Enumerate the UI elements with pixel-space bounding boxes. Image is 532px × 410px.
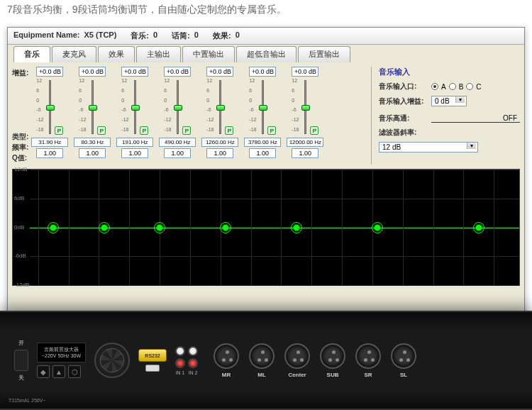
- eq-band-7: +0.0 dB1260-6-12-18P12000.00 Hz1.00: [287, 67, 323, 165]
- input-gain-select[interactable]: 0 dB: [431, 96, 467, 106]
- input-settings-panel: 音乐输入 音乐输入口: A B C 音乐输入增益: 0 dB 音乐高通: OFF…: [371, 67, 520, 165]
- graph-node-2[interactable]: [101, 225, 107, 231]
- xlr-jack-center[interactable]: [284, 343, 310, 369]
- highpass-label: 音乐高通:: [379, 113, 428, 123]
- effect-level-value: 0: [235, 31, 240, 41]
- tab-microphone[interactable]: 麦克风: [52, 46, 96, 62]
- graph-node-3[interactable]: [157, 225, 162, 231]
- eq-gain-input-6[interactable]: +0.0 dB: [249, 67, 276, 77]
- tab-main-out[interactable]: 主输出: [136, 46, 181, 62]
- highpass-value[interactable]: OFF: [431, 114, 520, 123]
- rca-in2-red[interactable]: [188, 358, 198, 368]
- radio-port-a[interactable]: [431, 83, 438, 90]
- eq-q-input-3[interactable]: 1.00: [121, 148, 148, 158]
- eq-response-graph[interactable]: 12dB6dB0dB-6dB-12dB: [12, 169, 520, 286]
- cert-icon-1: ◆: [37, 365, 50, 378]
- eq-type-button-3[interactable]: P: [140, 126, 148, 135]
- cooling-fan: [94, 343, 130, 378]
- rca-in2-label: IN 2: [189, 370, 198, 375]
- eq-gain-input-7[interactable]: +0.0 dB: [292, 67, 318, 77]
- eq-type-button-2[interactable]: P: [97, 126, 106, 135]
- xlr-jack-ml[interactable]: [249, 343, 275, 369]
- eq-type-button-5[interactable]: P: [225, 126, 233, 135]
- tab-center-out[interactable]: 中置输出: [182, 46, 235, 62]
- eq-type-button-6[interactable]: P: [267, 126, 276, 135]
- eq-gain-input-3[interactable]: +0.0 dB: [121, 67, 148, 77]
- eq-q-input-6[interactable]: 1.00: [249, 148, 276, 158]
- xlr-label-sl: SL: [400, 372, 407, 378]
- tab-sub-out[interactable]: 超低音输出: [236, 46, 297, 62]
- eq-q-input-7[interactable]: 1.00: [292, 148, 318, 158]
- eq-slider-7[interactable]: [301, 105, 310, 111]
- eq-freq-input-3[interactable]: 191.00 Hz: [116, 138, 153, 147]
- eq-freq-input-6[interactable]: 3780.00 Hz: [244, 138, 281, 147]
- power-on-label: 开: [18, 339, 24, 347]
- rca-in2-white[interactable]: [188, 346, 198, 356]
- radio-port-b[interactable]: [449, 83, 456, 90]
- radio-port-c[interactable]: [466, 83, 473, 90]
- input-port-label: 音乐输入口:: [379, 82, 428, 92]
- eq-q-input-1[interactable]: 1.00: [36, 148, 63, 158]
- hardware-rear-panel: 开 关 音频前置放大器 ~220V 50Hz 30W ◆ ▲ ⬡ RS232 I…: [0, 311, 532, 410]
- eq-freq-input-4[interactable]: 490.00 Hz: [159, 138, 196, 147]
- graph-node-6[interactable]: [375, 225, 380, 231]
- eq-freq-input-2[interactable]: 80.30 Hz: [74, 138, 111, 147]
- eq-slider-2[interactable]: [89, 105, 97, 111]
- graph-node-4[interactable]: [223, 225, 228, 231]
- speech-level-value: 0: [194, 31, 199, 41]
- eq-type-button-7[interactable]: P: [310, 126, 318, 135]
- rca-in1-white[interactable]: [175, 346, 185, 356]
- graph-y-label: 6dB: [14, 195, 24, 201]
- eq-freq-input-7[interactable]: 12000.00 Hz: [287, 138, 323, 147]
- xlr-jack-sub[interactable]: [320, 343, 345, 369]
- amp-label-line2: ~220V 50Hz 30W: [42, 353, 81, 359]
- rca-in1-red[interactable]: [175, 358, 185, 368]
- graph-y-label: 12dB: [14, 166, 28, 172]
- eq-freq-input-1[interactable]: 31.90 Hz: [31, 138, 68, 147]
- graph-node-1[interactable]: [50, 225, 56, 231]
- radio-port-a-label: A: [441, 83, 446, 91]
- cert-icon-2: ▲: [52, 365, 65, 378]
- tab-effect[interactable]: 效果: [98, 46, 135, 62]
- eq-gain-input-4[interactable]: +0.0 dB: [164, 67, 191, 77]
- eq-band-3: +0.0 dB1260-6-12-18P191.00 Hz1.00: [116, 67, 153, 165]
- amplifier-label: 音频前置放大器 ~220V 50Hz 30W: [37, 343, 86, 362]
- equipment-name-label: Equipment Name:: [13, 31, 80, 41]
- eq-gain-input-5[interactable]: +0.0 dB: [206, 67, 233, 77]
- xlr-label-center: Center: [288, 372, 306, 378]
- eq-application-window: Equipment Name: X5 (TCP) 音乐: 0 话筒: 0 效果:…: [7, 27, 525, 318]
- xlr-jack-sr[interactable]: [355, 343, 381, 369]
- xlr-jack-sl[interactable]: [391, 343, 416, 369]
- eq-type-button-4[interactable]: P: [182, 126, 191, 135]
- eq-band-4: +0.0 dB1260-6-12-18P490.00 Hz1.00: [159, 67, 196, 165]
- eq-slider-1[interactable]: [46, 105, 55, 111]
- tab-music[interactable]: 音乐: [13, 46, 50, 62]
- eq-slider-4[interactable]: [174, 105, 182, 111]
- graph-y-label: -6dB: [14, 253, 26, 259]
- eq-freq-input-5[interactable]: 1260.00 Hz: [201, 138, 238, 147]
- eq-q-input-4[interactable]: 1.00: [164, 148, 191, 158]
- eq-slider-6[interactable]: [259, 105, 267, 111]
- row-label-type: 类型:: [12, 132, 28, 143]
- eq-q-input-5[interactable]: 1.00: [206, 148, 233, 158]
- music-level-value: 0: [153, 31, 157, 41]
- eq-type-button-1[interactable]: P: [55, 126, 63, 135]
- eq-gain-input-1[interactable]: +0.0 dB: [36, 67, 63, 77]
- eq-gain-input-2[interactable]: +0.0 dB: [79, 67, 106, 77]
- tab-bar: 音乐 麦克风 效果 主输出 中置输出 超低音输出 后置输出: [8, 45, 524, 62]
- graph-node-7[interactable]: [476, 225, 482, 231]
- graph-y-label: -12dB: [14, 282, 29, 288]
- xlr-jack-mr[interactable]: [214, 343, 239, 369]
- tab-rear-out[interactable]: 后置输出: [298, 46, 350, 62]
- usb-port[interactable]: [145, 365, 160, 372]
- filter-slope-select[interactable]: 12 dB: [379, 142, 478, 153]
- power-switch[interactable]: [14, 350, 28, 371]
- eq-q-input-2[interactable]: 1.00: [79, 148, 106, 158]
- graph-y-label: 0dB: [14, 224, 24, 231]
- eq-slider-3[interactable]: [131, 105, 140, 111]
- eq-slider-5[interactable]: [216, 105, 225, 111]
- rs232-port[interactable]: RS232: [138, 349, 167, 362]
- amp-label-line1: 音频前置放大器: [42, 346, 81, 353]
- rca-in1-label: IN 1: [176, 370, 185, 375]
- graph-node-5[interactable]: [294, 225, 299, 231]
